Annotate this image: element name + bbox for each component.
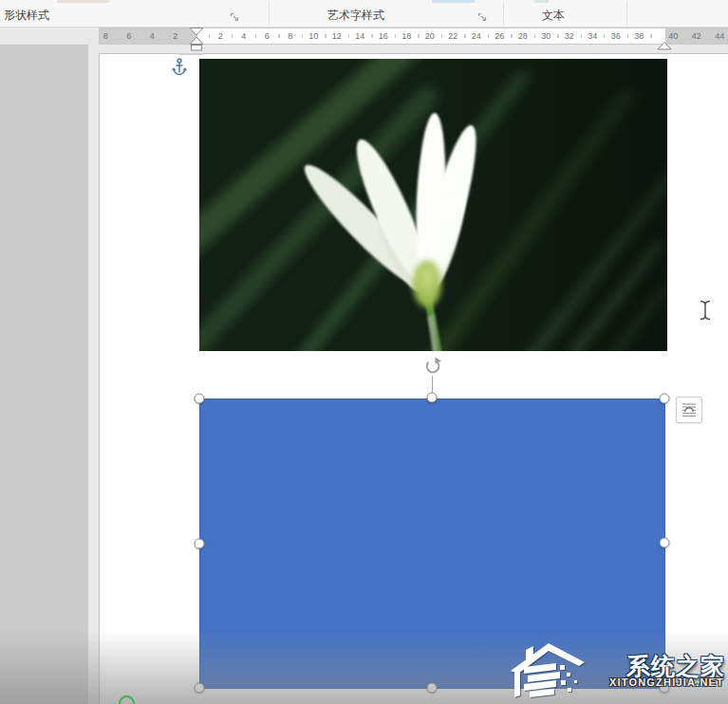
dialog-launcher-icon[interactable] (477, 9, 488, 20)
ruler-number: 10 (302, 28, 326, 44)
ribbon-fragment (432, 0, 475, 3)
ruler-number: 6 (255, 28, 279, 44)
rotate-handle-icon[interactable] (423, 357, 442, 376)
margin-mark (178, 53, 203, 55)
ruler-number: 18 (395, 28, 419, 44)
ribbon-fragment (534, 0, 549, 3)
rotate-handle-stem (432, 376, 433, 393)
group-label-wordart-styles: 艺术字样式 (327, 8, 384, 24)
right-indent-marker[interactable] (657, 37, 672, 54)
ruler-number: 36 (605, 28, 628, 44)
ruler-number: 42 (685, 28, 709, 44)
ruler-number: 2 (209, 28, 233, 44)
resize-handle-bottom-left[interactable] (195, 683, 205, 694)
ruler-number: 8 (279, 28, 303, 44)
group-label-shape-styles: 形状样式 (4, 8, 49, 24)
resize-handle-middle-right[interactable] (660, 538, 670, 548)
ruler-number: 38 (627, 28, 651, 44)
ruler-number: 32 (558, 28, 582, 44)
app-window: 形状样式 艺术字样式 文本 8642 246810121416182022242… (0, 0, 728, 704)
first-line-indent-marker (190, 28, 203, 36)
resize-handle-top-right[interactable] (660, 394, 670, 404)
resize-handle-top-center[interactable] (427, 393, 438, 403)
resize-handle-top-left[interactable] (195, 394, 205, 404)
ruler-number: 30 (534, 28, 558, 44)
dialog-launcher-icon[interactable] (230, 9, 240, 20)
object-anchor-icon (172, 58, 187, 76)
indent-markers[interactable] (189, 28, 204, 55)
ruler-number: 4 (140, 28, 164, 44)
group-divider (503, 2, 504, 26)
ruler-number: 14 (348, 28, 372, 44)
text-ibeam-cursor (699, 300, 712, 321)
group-divider (269, 2, 270, 26)
ruler-body-numbers: 2468101214161820222426283032343638 (209, 28, 651, 44)
ruler-number: 4 (233, 28, 256, 44)
resize-handle-bottom-right[interactable] (660, 683, 670, 694)
ruler-number: 22 (441, 28, 465, 44)
ruler-number: 34 (581, 28, 605, 44)
ruler-number: 26 (488, 28, 512, 44)
left-panel (0, 45, 88, 704)
ruler-number: 44 (708, 28, 728, 44)
layout-options-button[interactable] (676, 397, 702, 423)
ruler-number: 12 (326, 28, 349, 44)
ruler-number: 8 (94, 28, 118, 44)
flower-throat (413, 260, 441, 307)
hanging-indent-marker (190, 37, 203, 45)
group-divider (626, 2, 627, 26)
ruler-number: 28 (512, 28, 535, 44)
ruler-number: 24 (465, 28, 489, 44)
ruler-number: 6 (118, 28, 141, 44)
left-indent-marker (192, 46, 202, 51)
ruler-number: 20 (419, 28, 442, 44)
ruler-number: 16 (372, 28, 396, 44)
ribbon-fragment (57, 0, 109, 3)
group-label-text: 文本 (542, 8, 565, 24)
ruler-number: 2 (164, 28, 188, 44)
resize-handle-middle-left[interactable] (195, 539, 205, 549)
ribbon-group-bar: 形状样式 艺术字样式 文本 (0, 0, 728, 28)
ruler-left-numbers: 8642 (94, 28, 187, 44)
layout-options-wrap-icon (681, 401, 698, 418)
resize-handle-bottom-center[interactable] (427, 683, 438, 694)
document-picture-flower[interactable] (199, 59, 667, 351)
selected-rectangle-shape[interactable] (199, 398, 665, 689)
